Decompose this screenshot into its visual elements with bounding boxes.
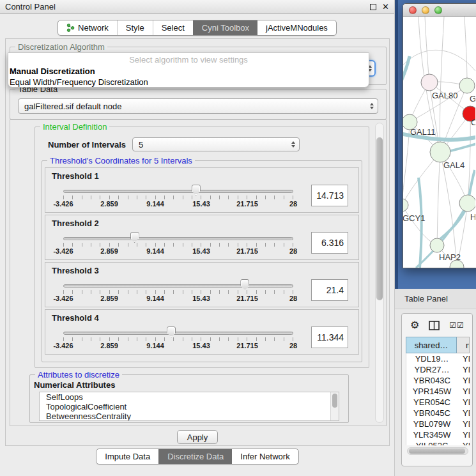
label-gal4: GAL4 [443,160,464,170]
dropdown-option-equal-width[interactable]: Equal Width/Frequency Discretization [8,77,369,88]
slider-thumb[interactable] [192,185,201,196]
slider-thumb[interactable] [240,279,249,290]
slider-ticks [63,337,293,341]
tab-label: Network [78,23,109,33]
tab-impute-data[interactable]: Impute Data [96,449,158,464]
list-scrollbar[interactable] [330,392,339,420]
threshold-2-value[interactable]: 6.316 [311,232,348,254]
algorithm-dropdown-popup: Select algorithm to view settings Manual… [8,52,369,88]
bottom-tabbar: Impute Data Discretize Data Infer Networ… [0,449,395,464]
table-row[interactable]: YBR043CYBR0 [406,375,470,386]
slider-track[interactable] [63,237,293,240]
columns-icon[interactable] [429,321,440,330]
threshold-4-value[interactable]: 11.344 [311,326,348,348]
slider-thumb[interactable] [130,232,139,243]
node-hap2[interactable] [430,238,444,252]
zoom-traffic-light-icon[interactable] [434,6,442,14]
settings-scrollbar[interactable] [375,123,384,423]
numerical-attributes-list[interactable]: SelfLoops TopologicalCoefficient Between… [39,392,339,421]
table-row[interactable]: YBR045CYBR0 [406,408,470,418]
node-top-right[interactable] [459,78,475,93]
network-view-window[interactable]: GAL80 GA C GAL11 GAL4 GCY1 H HAP2 [403,3,476,268]
right-side: GAL80 GA C GAL11 GAL4 GCY1 H HAP2 Table … [395,0,476,476]
group-title: Interval Definition [40,122,109,132]
control-panel: Control Panel ✕ Network Style Select Cyn… [0,0,395,476]
label-partial-h: H [470,212,475,222]
threshold-4-slider[interactable]: -3.426 2.859 9.144 15.43 21.715 28 [63,325,293,353]
threshold-label: Threshold 2 [45,215,358,228]
label-hap2: HAP2 [439,252,461,262]
checkbox-filter-icons[interactable]: ☑☑ [449,321,464,330]
apply-button[interactable]: Apply [177,430,218,444]
table-toolbar: ⚙ ☑☑ [402,314,472,337]
threshold-1-slider[interactable]: -3.426 2.859 9.144 15.43 21.715 28 [63,183,293,211]
list-item[interactable]: BetweennessCentrality [40,411,339,421]
table-header-row: shared… na [406,337,470,353]
slider-scale: -3.426 2.859 9.144 15.43 21.715 28 [63,247,293,256]
tab-network[interactable]: Network [58,20,117,35]
scrollbar-thumb[interactable] [409,449,465,454]
tab-jactivemnodules[interactable]: jActiveMNodules [257,20,336,35]
gear-icon[interactable]: ⚙ [410,320,419,330]
list-item[interactable]: SelfLoops [40,392,339,402]
table-row[interactable]: YDL19…YDL1 [406,353,470,364]
dropdown-option-manual[interactable]: Manual Discretization [8,66,369,77]
threshold-label: Threshold 1 [45,168,358,181]
threshold-3-value[interactable]: 21.4 [311,279,348,301]
slider-thumb[interactable] [167,326,176,337]
tab-infer-network[interactable]: Infer Network [232,449,298,464]
network-canvas[interactable]: GAL80 GA C GAL11 GAL4 GCY1 H HAP2 [403,17,476,268]
node-gal4[interactable] [430,142,450,162]
column-header-shared[interactable]: shared… [406,337,457,353]
threshold-label: Threshold 3 [45,263,358,275]
slider-scale: -3.426 2.859 9.144 15.43 21.715 28 [63,295,293,303]
table-panel: Table Panel ⚙ ☑☑ shared… na YDL19…YDL1 Y… [395,289,476,476]
table-row[interactable]: YDR27…YDR2 [406,364,470,375]
table-row[interactable]: YER054CYER0 [406,397,470,408]
slider-track[interactable] [63,332,293,335]
cyni-toolbox-panel: Discretization Algorithm Table Data galF… [5,38,390,446]
column-header-name[interactable]: na [457,337,470,353]
threshold-label: Threshold 4 [45,310,358,323]
tab-style[interactable]: Style [117,20,153,35]
threshold-2-slider[interactable]: -3.426 2.859 9.144 15.43 21.715 28 [63,231,293,259]
number-of-intervals-label: Number of Intervals [48,140,126,150]
label-gal11: GAL11 [410,127,436,137]
settings-scroll-panel: Interval Definition Number of Intervals … [10,119,387,426]
tab-cyni-toolbox[interactable]: Cyni Toolbox [193,20,257,35]
table-panel-title: Table Panel [395,289,476,309]
table-rows: YDL19…YDL1 YDR27…YDR2 YBR043CYBR0 YPR145… [406,353,470,445]
list-item[interactable]: TopologicalCoefficient [40,402,339,411]
table-row[interactable]: YPR145WYPR1 [406,386,470,397]
slider-track[interactable] [63,190,293,193]
table-data-combobox[interactable]: galFiltered.sif default node [18,98,378,114]
minimize-traffic-light-icon[interactable] [422,6,429,14]
close-icon[interactable]: ✕ [382,4,389,10]
table-row[interactable]: YBL079WYBL0 [406,418,470,429]
slider-ticks [63,290,293,294]
stepper-icon [291,141,295,148]
threshold-3-slider[interactable]: -3.426 2.859 9.144 15.43 21.715 28 [63,278,293,306]
node-gal80[interactable] [421,74,438,91]
threshold-2-panel: Threshold 2 -3.426 2.859 9.144 1 [45,215,359,260]
label-gcy1: GCY1 [403,213,425,223]
number-of-intervals-combobox[interactable]: 5 [132,137,300,151]
threshold-1-value[interactable]: 14.713 [311,185,348,206]
table-panel-body: ⚙ ☑☑ shared… na YDL19…YDL1 YDR27…YDR2 YB… [401,313,473,466]
node-right-mid[interactable] [459,195,475,211]
slider-track[interactable] [63,284,293,288]
attributes-group: Attributes to discretize Numerical Attri… [29,374,349,423]
table-row[interactable]: YLR345WYLR3 [406,429,470,440]
tab-select[interactable]: Select [153,20,193,35]
control-panel-titlebar: Control Panel ✕ [0,0,394,14]
node-gcy1[interactable] [403,199,408,211]
close-traffic-light-icon[interactable] [409,6,417,14]
tab-discretize-data[interactable]: Discretize Data [158,449,232,464]
group-title: Threshold's Coordinates for 5 Intervals [47,156,195,165]
scrollbar-thumb[interactable] [376,137,383,300]
table-row[interactable]: YIL052CYIL0 [406,440,470,445]
group-title: Discretization Algorithm [15,42,107,52]
slider-ticks [63,243,293,247]
float-window-icon[interactable] [370,4,376,10]
table-hscrollbar[interactable] [407,447,468,455]
